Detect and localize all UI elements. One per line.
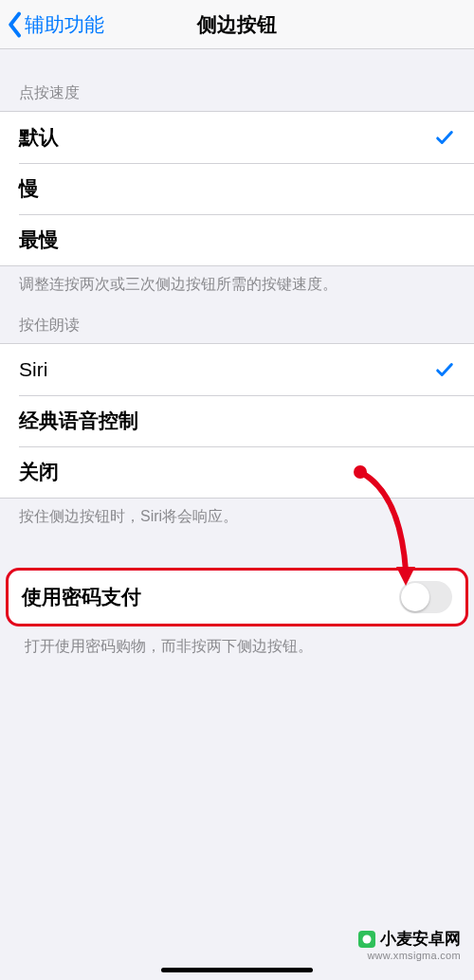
click-speed-slowest[interactable]: 最慢: [0, 214, 474, 265]
checkmark-icon: [434, 359, 455, 380]
home-indicator: [161, 968, 313, 972]
option-label: 默认: [19, 124, 59, 151]
page-title: 侧边按钮: [197, 11, 277, 38]
click-speed-default[interactable]: 默认: [0, 112, 474, 163]
option-label: 经典语音控制: [19, 408, 138, 434]
toggle-knob: [401, 583, 429, 611]
watermark-url: www.xmsigma.com: [357, 950, 461, 961]
svg-point-3: [363, 935, 372, 943]
password-pay-toggle[interactable]: [399, 581, 452, 613]
option-label: Siri: [19, 358, 47, 381]
click-speed-footer: 调整连按两次或三次侧边按钮所需的按键速度。: [0, 266, 474, 295]
watermark-brand: 小麦安卓网: [380, 928, 461, 950]
password-pay-label: 使用密码支付: [22, 584, 141, 610]
hold-speak-header: 按住朗读: [0, 295, 474, 343]
hold-speak-off[interactable]: 关闭: [0, 446, 474, 498]
chevron-left-icon: [6, 11, 23, 38]
click-speed-slow[interactable]: 慢: [0, 163, 474, 214]
password-pay-row[interactable]: 使用密码支付: [9, 571, 465, 624]
checkmark-icon: [434, 127, 455, 148]
hold-speak-classic[interactable]: 经典语音控制: [0, 395, 474, 446]
watermark-logo-icon: [357, 930, 376, 949]
option-label: 关闭: [19, 459, 59, 485]
option-label: 最慢: [19, 227, 59, 253]
watermark: 小麦安卓网 www.xmsigma.com: [357, 928, 461, 961]
back-button[interactable]: 辅助功能: [0, 11, 104, 38]
navigation-bar: 辅助功能 侧边按钮: [0, 0, 474, 49]
click-speed-group: 默认 慢 最慢: [0, 111, 474, 266]
option-label: 慢: [19, 175, 39, 202]
password-pay-highlight: 使用密码支付: [6, 568, 468, 626]
password-pay-footer: 打开使用密码购物，而非按两下侧边按钮。: [0, 626, 474, 657]
hold-speak-siri[interactable]: Siri: [0, 344, 474, 395]
back-label: 辅助功能: [25, 11, 104, 38]
hold-speak-footer: 按住侧边按钮时，Siri将会响应。: [0, 499, 474, 527]
click-speed-header: 点按速度: [0, 49, 474, 111]
hold-speak-group: Siri 经典语音控制 关闭: [0, 343, 474, 499]
